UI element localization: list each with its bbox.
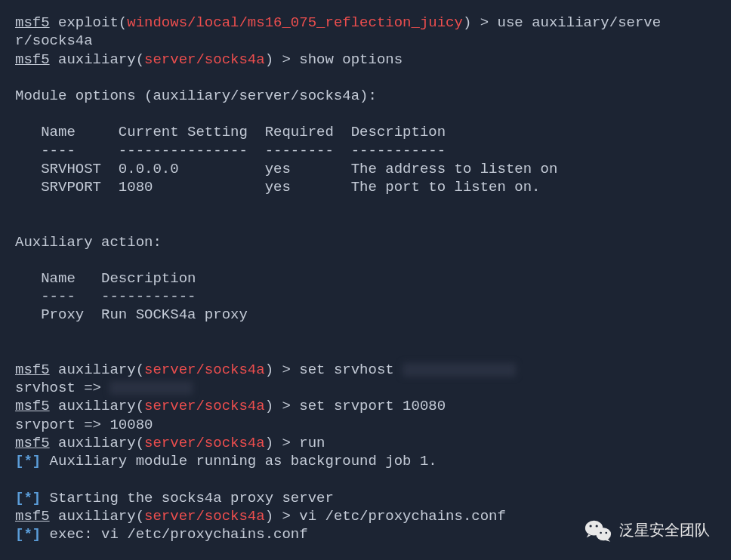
terminal-line: srvhost => bbox=[15, 379, 716, 397]
redacted-ip bbox=[109, 381, 193, 395]
blank-line bbox=[15, 325, 716, 343]
text: srvhost => bbox=[15, 380, 109, 396]
text: ) > set srvport 10080 bbox=[265, 398, 446, 414]
text: Starting the socks4a proxy server bbox=[41, 490, 334, 506]
module-path: server/socks4a bbox=[144, 508, 265, 525]
watermark-text: 泛星安全团队 bbox=[619, 521, 710, 540]
bracket-icon: ] bbox=[32, 526, 41, 543]
blank-line bbox=[15, 69, 716, 87]
module-path: server/socks4a bbox=[144, 398, 265, 414]
terminal-line: msf5 auxiliary(server/socks4a) > set srv… bbox=[15, 397, 716, 415]
star-icon: * bbox=[23, 490, 32, 506]
msf-prompt: msf5 bbox=[15, 508, 50, 525]
msf-prompt: msf5 bbox=[15, 362, 50, 378]
bracket-icon: ] bbox=[32, 453, 41, 469]
msf-prompt: msf5 bbox=[15, 435, 50, 451]
bracket-icon: [ bbox=[15, 490, 23, 506]
module-path: server/socks4a bbox=[144, 51, 265, 68]
text: exec: vi /etc/proxychains.conf bbox=[41, 526, 307, 543]
table-divider: ---- ----------- bbox=[15, 288, 716, 306]
svg-point-2 bbox=[589, 525, 591, 527]
terminal-line: msf5 auxiliary(server/socks4a) > run bbox=[15, 434, 716, 452]
blank-line bbox=[15, 215, 716, 233]
table-divider: ---- --------------- -------- ----------… bbox=[15, 142, 716, 160]
msf-prompt: msf5 bbox=[15, 51, 50, 68]
blank-line bbox=[15, 105, 716, 123]
table-header: Name Current Setting Required Descriptio… bbox=[15, 123, 716, 141]
redacted-ip bbox=[403, 363, 516, 377]
terminal-line: msf5 auxiliary(server/socks4a) > set srv… bbox=[15, 361, 716, 379]
module-path: windows/local/ms16_075_reflection_juicy bbox=[127, 14, 463, 31]
blank-line bbox=[15, 251, 716, 269]
table-row: SRVPORT 1080 yes The port to listen on. bbox=[15, 178, 716, 196]
blank-line bbox=[15, 471, 716, 489]
text: ) > set srvhost bbox=[265, 362, 403, 378]
table-row: Proxy Run SOCKS4a proxy bbox=[15, 306, 716, 324]
table-row: SRVHOST 0.0.0.0 yes The address to liste… bbox=[15, 160, 716, 178]
wechat-icon bbox=[584, 519, 612, 542]
text: ) > use auxiliary/serve bbox=[463, 14, 661, 31]
text: auxiliary( bbox=[50, 435, 144, 451]
watermark: 泛星安全团队 bbox=[584, 519, 710, 542]
msf-prompt: msf5 bbox=[15, 14, 50, 31]
module-path: server/socks4a bbox=[144, 435, 265, 451]
terminal-line: [*] Starting the socks4a proxy server bbox=[15, 489, 716, 507]
text: ) > show options bbox=[265, 51, 403, 68]
bracket-icon: [ bbox=[15, 453, 23, 469]
terminal-output[interactable]: msf5 exploit(windows/local/ms16_075_refl… bbox=[15, 14, 716, 544]
terminal-line: Module options (auxiliary/server/socks4a… bbox=[15, 87, 716, 105]
star-icon: * bbox=[23, 453, 32, 469]
terminal-line: msf5 auxiliary(server/socks4a) > show op… bbox=[15, 51, 716, 69]
terminal-line: Auxiliary action: bbox=[15, 233, 716, 251]
text: auxiliary( bbox=[50, 362, 144, 378]
blank-line bbox=[15, 343, 716, 361]
svg-point-1 bbox=[596, 528, 611, 540]
blank-line bbox=[15, 197, 716, 215]
terminal-line: msf5 exploit(windows/local/ms16_075_refl… bbox=[15, 14, 716, 32]
text: auxiliary( bbox=[50, 508, 144, 525]
star-icon: * bbox=[23, 526, 32, 543]
terminal-line: srvport => 10080 bbox=[15, 416, 716, 434]
table-header: Name Description bbox=[15, 269, 716, 288]
text: Auxiliary module running as background j… bbox=[41, 453, 437, 469]
text: auxiliary( bbox=[50, 398, 144, 414]
text: ) > vi /etc/proxychains.conf bbox=[265, 508, 506, 525]
text: exploit( bbox=[50, 14, 128, 31]
module-path: server/socks4a bbox=[144, 362, 265, 378]
svg-point-4 bbox=[600, 532, 602, 534]
text: auxiliary( bbox=[50, 51, 144, 68]
terminal-line: r/socks4a bbox=[15, 32, 716, 50]
svg-point-5 bbox=[605, 532, 607, 534]
svg-point-3 bbox=[596, 525, 598, 527]
bracket-icon: [ bbox=[15, 526, 23, 543]
msf-prompt: msf5 bbox=[15, 398, 50, 414]
bracket-icon: ] bbox=[32, 490, 41, 506]
terminal-line: [*] Auxiliary module running as backgrou… bbox=[15, 452, 716, 470]
text: ) > run bbox=[265, 435, 325, 451]
